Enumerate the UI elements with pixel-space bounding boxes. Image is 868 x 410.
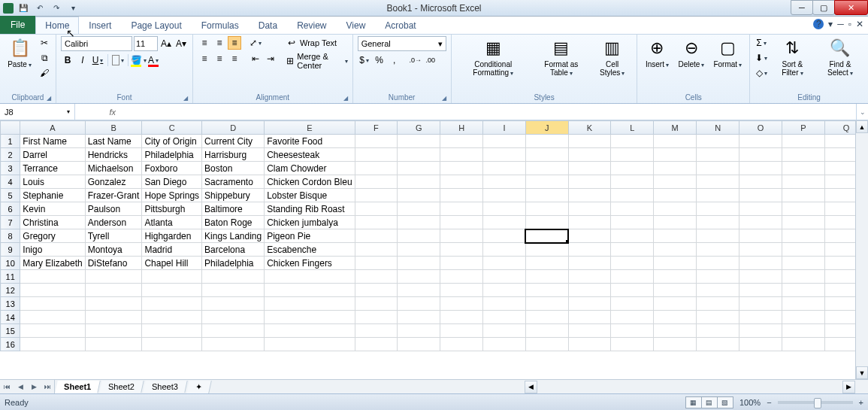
cell-B1[interactable]: Last Name: [85, 135, 142, 148]
col-header-H[interactable]: H: [440, 121, 483, 135]
cell-G2[interactable]: [398, 148, 440, 162]
minimize-button[interactable]: ─: [791, 0, 813, 15]
cell-E13[interactable]: [265, 297, 355, 311]
cell-F10[interactable]: [355, 257, 398, 270]
cell-O5[interactable]: [739, 189, 782, 202]
cell-J2[interactable]: [525, 148, 568, 162]
cell-E8[interactable]: Pigeon Pie: [265, 229, 355, 243]
cell-F13[interactable]: [355, 297, 398, 311]
cell-O9[interactable]: [739, 243, 782, 257]
cell-C11[interactable]: [142, 270, 202, 284]
col-header-C[interactable]: C: [142, 121, 202, 135]
percent-format-button[interactable]: %: [373, 53, 386, 67]
cell-J11[interactable]: [525, 270, 568, 284]
cell-N2[interactable]: [697, 148, 739, 162]
cell-B10[interactable]: DiStefano: [85, 257, 142, 270]
cell-P9[interactable]: [782, 243, 825, 257]
tab-page-layout[interactable]: Page Layout: [121, 17, 191, 34]
cell-L8[interactable]: [611, 229, 654, 243]
cell-M13[interactable]: [654, 297, 697, 311]
row-header-9[interactable]: 9: [1, 243, 20, 257]
comma-format-button[interactable]: ,: [388, 53, 401, 67]
cell-I8[interactable]: [483, 229, 526, 243]
autosum-button[interactable]: Σ: [755, 36, 768, 50]
cell-P8[interactable]: [782, 229, 825, 243]
cell-M10[interactable]: [654, 257, 697, 270]
cell-F2[interactable]: [355, 148, 398, 162]
cell-K4[interactable]: [568, 175, 611, 189]
cell-I3[interactable]: [483, 162, 526, 175]
cell-A13[interactable]: [20, 297, 85, 311]
qat-customize[interactable]: ▾: [66, 2, 80, 15]
cell-D9[interactable]: Barcelona: [202, 243, 265, 257]
cell-F8[interactable]: [355, 229, 398, 243]
cell-H4[interactable]: [440, 175, 483, 189]
sheet-tab-3[interactable]: Sheet3: [143, 381, 187, 393]
cell-H10[interactable]: [440, 257, 483, 270]
row-header-12[interactable]: 12: [1, 284, 20, 297]
cell-C15[interactable]: [142, 324, 202, 338]
vertical-scrollbar[interactable]: ▲ ▼: [855, 120, 868, 379]
redo-button[interactable]: ↷: [50, 2, 63, 15]
col-header-L[interactable]: L: [611, 121, 654, 135]
cell-M1[interactable]: [654, 135, 697, 148]
conditional-formatting-button[interactable]: ▦Conditional Formatting: [456, 36, 531, 79]
cell-A10[interactable]: Mary Elizabeth: [20, 257, 85, 270]
cell-G6[interactable]: [398, 202, 440, 216]
cell-B9[interactable]: Montoya: [85, 243, 142, 257]
cell-G14[interactable]: [398, 311, 440, 324]
cell-J3[interactable]: [525, 162, 568, 175]
fill-button[interactable]: ⬇: [755, 51, 768, 65]
font-name-input[interactable]: [61, 36, 132, 51]
cell-J14[interactable]: [525, 311, 568, 324]
cell-B4[interactable]: Gonzalez: [85, 175, 142, 189]
cell-O3[interactable]: [739, 162, 782, 175]
cell-A2[interactable]: Darrel: [20, 148, 85, 162]
sheet-last-button[interactable]: ⏭: [41, 380, 54, 393]
col-header-F[interactable]: F: [355, 121, 398, 135]
align-right-button[interactable]: ≡: [228, 52, 241, 65]
format-cells-button[interactable]: ▢Format: [710, 36, 745, 71]
cell-E4[interactable]: Chicken Cordon Bleu: [265, 175, 355, 189]
excel-icon[interactable]: [3, 3, 14, 14]
cell-G4[interactable]: [398, 175, 440, 189]
accounting-format-button[interactable]: $: [358, 53, 371, 67]
delete-cells-button[interactable]: ⊖Delete: [675, 36, 707, 71]
spreadsheet-grid[interactable]: ABCDEFGHIJKLMNOPQ1First NameLast NameCit…: [0, 120, 868, 351]
cell-M16[interactable]: [654, 338, 697, 351]
cell-L4[interactable]: [611, 175, 654, 189]
horizontal-scrollbar[interactable]: ◀ ▶: [525, 381, 855, 393]
align-bottom-button[interactable]: ≡: [228, 36, 241, 50]
cell-C7[interactable]: Atlanta: [142, 216, 202, 229]
find-select-button[interactable]: 🔍Find & Select: [817, 36, 863, 79]
cell-H15[interactable]: [440, 324, 483, 338]
sheet-prev-button[interactable]: ◀: [14, 380, 27, 393]
cell-E16[interactable]: [265, 338, 355, 351]
cell-F9[interactable]: [355, 243, 398, 257]
cell-G10[interactable]: [398, 257, 440, 270]
cell-K1[interactable]: [568, 135, 611, 148]
cell-O4[interactable]: [739, 175, 782, 189]
cell-C10[interactable]: Chapel Hill: [142, 257, 202, 270]
cell-L7[interactable]: [611, 216, 654, 229]
cell-A4[interactable]: Louis: [20, 175, 85, 189]
new-sheet-button[interactable]: ✦: [186, 381, 212, 393]
doc-minimize-icon[interactable]: ─: [837, 19, 844, 29]
cell-H3[interactable]: [440, 162, 483, 175]
cell-P1[interactable]: [782, 135, 825, 148]
col-header-P[interactable]: P: [782, 121, 825, 135]
cell-H13[interactable]: [440, 297, 483, 311]
cell-B8[interactable]: Tyrell: [85, 229, 142, 243]
cell-I15[interactable]: [483, 324, 526, 338]
cell-J1[interactable]: [525, 135, 568, 148]
cell-K14[interactable]: [568, 311, 611, 324]
col-header-D[interactable]: D: [202, 121, 265, 135]
cell-K7[interactable]: [568, 216, 611, 229]
cell-A1[interactable]: First Name: [20, 135, 85, 148]
cell-O13[interactable]: [739, 297, 782, 311]
cell-A6[interactable]: Kevin: [20, 202, 85, 216]
cell-C3[interactable]: Foxboro: [142, 162, 202, 175]
cell-F14[interactable]: [355, 311, 398, 324]
scroll-left-button[interactable]: ◀: [525, 381, 537, 393]
cell-E15[interactable]: [265, 324, 355, 338]
